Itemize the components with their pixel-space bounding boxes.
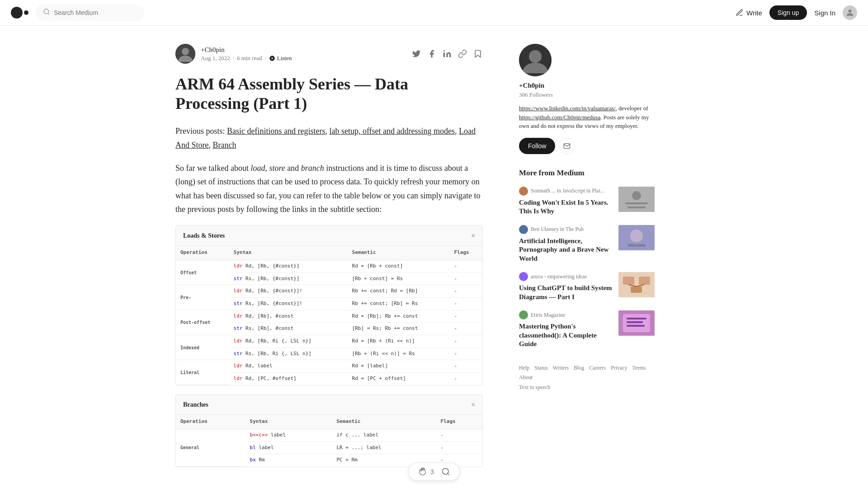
rec-content-2: Ben Ulansey in The Pub Artificial Intell… — [519, 225, 613, 263]
subscribe-icon-button[interactable] — [559, 138, 575, 154]
rec-author-info-4: Etiris Magazine — [531, 312, 565, 319]
logo-circle-small — [24, 10, 28, 15]
bookmark-icon[interactable] — [473, 49, 483, 59]
footer-help[interactable]: Help — [519, 365, 529, 371]
listen-button[interactable]: Listen — [269, 55, 292, 62]
sidebar-followers: 306 Followers — [519, 91, 655, 99]
signin-button[interactable]: Sign In — [814, 9, 835, 17]
table1-title: Loads & Stores — [183, 230, 225, 241]
svg-point-15 — [630, 230, 643, 242]
syntax-ldr-pre: ldr Rd, [Rb, {#const}]! — [229, 285, 348, 298]
svg-line-1 — [48, 13, 49, 14]
follow-button[interactable]: Follow — [519, 138, 555, 154]
rec-thumbnail-1 — [618, 187, 655, 212]
rec-avatar-4 — [519, 310, 528, 319]
rec-title-4[interactable]: Mastering Python's classmethod(): A Comp… — [519, 322, 613, 349]
rec-author-3: aruva - empowering ideas — [531, 273, 587, 280]
semantic-branch-bl: LR = ...; label — [332, 441, 436, 454]
category-indexed: Indexed — [176, 335, 229, 360]
read-time: 6 min read — [237, 55, 262, 62]
table2-close-icon[interactable]: × — [471, 399, 475, 411]
rec-item-2: Ben Ulansey in The Pub Artificial Intell… — [519, 225, 655, 263]
previous-posts-paragraph: Previous posts: Basic definitions and re… — [175, 124, 483, 152]
link-icon[interactable] — [458, 49, 467, 59]
rec-avatar-3 — [519, 272, 528, 281]
flags-ldr-pre: - — [450, 285, 482, 298]
table2-title: Branches — [183, 399, 208, 410]
footer-privacy[interactable]: Privacy — [611, 365, 627, 371]
post-link-2[interactable]: lab setup, offset and addressing modes — [329, 127, 455, 136]
rec-content-4: Etiris Magazine Mastering Python's class… — [519, 310, 613, 349]
footer-about[interactable]: About — [519, 374, 533, 380]
medium-logo[interactable] — [11, 7, 28, 19]
table1-close-icon[interactable]: × — [471, 230, 475, 242]
sidebar-linkedin-link[interactable]: https://www.linkedin.com/in/valsamaras/ — [519, 105, 616, 112]
author-name[interactable]: +Ch0pin — [201, 46, 292, 54]
table2-data: Operation Syntax Semantic Flags General … — [176, 415, 482, 466]
svg-rect-27 — [627, 325, 645, 327]
footer-tts[interactable]: Text to speech — [519, 384, 550, 390]
user-avatar[interactable] — [843, 5, 857, 20]
semantic-str-pre: Rb += const; [Rb] = Rs — [348, 297, 450, 310]
linkedin-icon[interactable] — [442, 49, 452, 59]
rec-title-3[interactable]: Using ChatGPT to build System Diagrams —… — [519, 284, 613, 301]
flags-ldr-literal2: - — [450, 373, 482, 385]
flags-str-pre: - — [450, 297, 482, 310]
rec-author-info-2: Ben Ulansey in The Pub — [531, 226, 584, 233]
category-offset: Offset — [176, 260, 229, 285]
footer-status[interactable]: Status — [534, 365, 547, 371]
semantic-str-offset: [Rb + const] = Rs — [348, 272, 450, 285]
rec-author-row-2: Ben Ulansey in The Pub — [519, 225, 613, 234]
table1-header: Loads & Stores × — [176, 226, 482, 246]
clap-button[interactable]: 3 — [418, 467, 434, 477]
semantic-ldr-pre: Rb += const; Rd = [Rb] — [348, 285, 450, 298]
logo-circle-big — [11, 7, 23, 19]
dot-separator-2: · — [264, 55, 266, 62]
svg-rect-20 — [631, 286, 642, 293]
post-link-1[interactable]: Basic definitions and registers — [227, 127, 325, 136]
svg-point-0 — [44, 9, 49, 14]
bottom-search-button[interactable] — [441, 467, 450, 476]
flags-str-offset: - — [450, 272, 482, 285]
syntax-branch-b: b<<c>> label — [245, 429, 332, 442]
flags-str-post: - — [450, 323, 482, 335]
table1-data: Operation Syntax Semantic Flags Offset l… — [176, 246, 482, 385]
table-row: Pre- ldr Rd, [Rb, {#const}]! Rb += const… — [176, 285, 482, 298]
semantic-ldr-literal2: Rd = [PC + offset] — [348, 373, 450, 385]
post-link-4[interactable]: Branch — [213, 141, 236, 150]
syntax-str-post: str Rs, [Rb], #const — [229, 323, 348, 335]
twitter-icon[interactable] — [411, 49, 421, 59]
rec-in-2: in — [560, 226, 566, 232]
sidebar-github-link[interactable]: https://github.com/Ch0pin/medusa — [519, 114, 600, 121]
footer-writers[interactable]: Writers — [552, 365, 569, 371]
rec-thumbnail-3 — [618, 272, 655, 297]
search-input[interactable] — [54, 9, 137, 16]
semantic-ldr-post: Rd = [Rb]; Rb += const — [348, 310, 450, 323]
write-button[interactable]: Write — [736, 9, 762, 17]
rec-title-2[interactable]: Artificial Intelligence, Pornography and… — [519, 237, 613, 263]
svg-rect-12 — [625, 202, 648, 204]
write-label: Write — [746, 9, 762, 17]
facebook-icon[interactable] — [427, 49, 437, 59]
category-pre: Pre- — [176, 285, 229, 310]
rec-item-4: Etiris Magazine Mastering Python's class… — [519, 310, 655, 349]
social-actions — [411, 49, 483, 59]
svg-point-2 — [848, 9, 851, 13]
logo-icon — [11, 7, 28, 19]
rec-content-1: Somnath ... in JavaScript in Plai... Cod… — [519, 187, 613, 216]
search-bar[interactable] — [36, 5, 144, 21]
article-date: Aug 1, 2022 — [201, 55, 230, 62]
author-avatar[interactable] — [175, 44, 195, 64]
syntax-str-indexed: str Rs, [Rb, Ri {, LSL n}] — [229, 347, 348, 360]
syntax-ldr-indexed: ldr Rd, [Rb, Ri {, LSL n}] — [229, 335, 348, 347]
footer-blog[interactable]: Blog — [574, 365, 584, 371]
sidebar-author-avatar[interactable] — [519, 44, 552, 76]
rec-title-1[interactable]: Coding Won't Exist In 5 Years. This Is W… — [519, 198, 613, 216]
footer-terms[interactable]: Terms — [632, 365, 646, 371]
footer-careers[interactable]: Careers — [589, 365, 606, 371]
table1-col-flags: Flags — [450, 246, 482, 260]
italic-load-store: load, store — [250, 164, 285, 173]
signup-button[interactable]: Sign up — [769, 5, 807, 20]
rec-author-row-3: aruva - empowering ideas — [519, 272, 613, 281]
rec-content-3: aruva - empowering ideas Using ChatGPT t… — [519, 272, 613, 301]
